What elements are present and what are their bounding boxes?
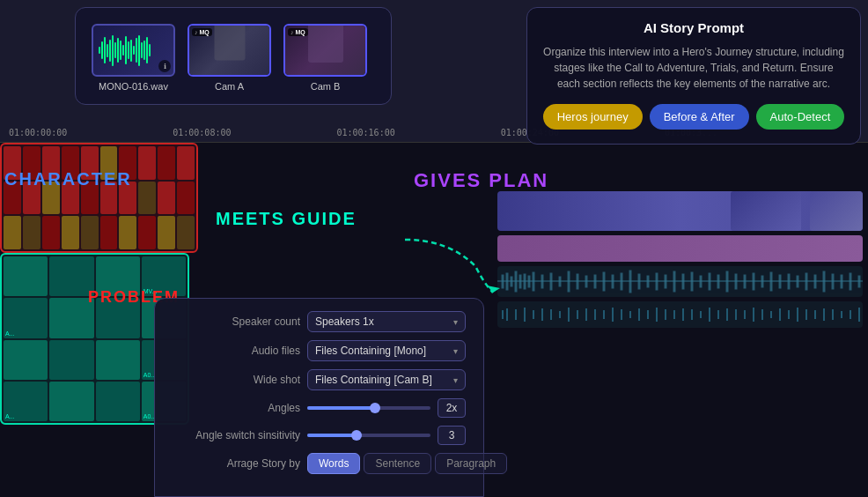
btn-before-after[interactable]: Before & After bbox=[650, 104, 749, 130]
svg-rect-39 bbox=[797, 276, 798, 287]
svg-rect-30 bbox=[717, 275, 719, 288]
svg-rect-83 bbox=[814, 310, 816, 319]
angle-switch-label: Angle switch sinsitivity bbox=[173, 429, 300, 441]
svg-rect-2 bbox=[502, 275, 504, 288]
svg-rect-60 bbox=[612, 308, 614, 322]
timecode-1: 01:00:08:00 bbox=[173, 128, 231, 137]
svg-rect-38 bbox=[788, 274, 790, 289]
waveform-mini bbox=[99, 35, 169, 66]
svg-rect-61 bbox=[621, 309, 622, 320]
media-bin-panel: ℹ MONO-016.wav ♪ MQ Cam A ♪ MQ bbox=[75, 7, 392, 105]
svg-rect-5 bbox=[515, 271, 517, 292]
angles-label: Angles bbox=[173, 402, 300, 414]
angle-switch-slider-fill bbox=[307, 434, 357, 437]
angles-value: 2x bbox=[438, 398, 466, 418]
angles-slider-thumb[interactable] bbox=[370, 403, 380, 413]
svg-rect-68 bbox=[682, 308, 684, 321]
wide-shot-row: Wide shot Files Containing [Cam B] ▾ bbox=[173, 369, 466, 390]
svg-rect-14 bbox=[577, 274, 578, 289]
svg-rect-75 bbox=[744, 310, 746, 319]
svg-rect-6 bbox=[519, 275, 521, 288]
right-track-1 bbox=[497, 191, 863, 231]
gives-plan-label: GIVES PLAN bbox=[414, 169, 548, 192]
svg-rect-79 bbox=[779, 308, 781, 321]
svg-rect-80 bbox=[788, 310, 790, 319]
audio-files-row: Audio files Files Containing [Mono] ▾ bbox=[173, 340, 466, 361]
svg-rect-69 bbox=[691, 309, 693, 320]
svg-rect-18 bbox=[612, 275, 614, 288]
arrange-words-btn[interactable]: Words bbox=[307, 453, 360, 474]
speaker-count-label: Speaker count bbox=[173, 315, 300, 328]
clip-item-audio[interactable]: ℹ MONO-016.wav bbox=[92, 24, 175, 92]
svg-rect-55 bbox=[568, 308, 570, 322]
svg-rect-74 bbox=[735, 309, 737, 320]
angles-slider-track[interactable] bbox=[307, 406, 430, 410]
svg-rect-15 bbox=[585, 276, 587, 287]
svg-rect-56 bbox=[577, 310, 578, 319]
wide-shot-label: Wide shot bbox=[173, 374, 300, 386]
svg-rect-81 bbox=[797, 308, 798, 322]
timecode-0: 01:00:00:00 bbox=[9, 128, 67, 137]
svg-rect-42 bbox=[823, 271, 825, 292]
cam-b-badge: ♪ MQ bbox=[288, 28, 308, 36]
audio-files-label: Audio files bbox=[173, 345, 300, 357]
svg-rect-3 bbox=[506, 273, 508, 290]
clip-thumb-audio[interactable]: ℹ bbox=[92, 24, 175, 77]
angle-switch-slider-track[interactable] bbox=[307, 434, 430, 437]
angle-switch-slider-container: 3 bbox=[307, 426, 466, 445]
svg-rect-9 bbox=[533, 272, 534, 291]
wide-shot-select[interactable]: Files Containing [Cam B] ▾ bbox=[307, 369, 466, 390]
character-block bbox=[0, 143, 198, 253]
speaker-count-row: Speaker count Speakers 1x ▾ bbox=[173, 311, 466, 332]
arrange-by-row: Arrage Story by Words Sentence Paragraph bbox=[173, 453, 466, 474]
arrange-sentence-btn[interactable]: Sentence bbox=[364, 453, 431, 474]
svg-rect-70 bbox=[700, 311, 702, 318]
speaker-count-select[interactable]: Speakers 1x ▾ bbox=[307, 311, 466, 332]
svg-rect-78 bbox=[770, 311, 772, 318]
svg-rect-84 bbox=[823, 308, 825, 321]
svg-rect-29 bbox=[709, 273, 710, 290]
svg-rect-66 bbox=[665, 309, 666, 320]
svg-rect-44 bbox=[841, 275, 842, 288]
arrange-paragraph-btn[interactable]: Paragraph bbox=[435, 453, 507, 474]
svg-rect-33 bbox=[744, 275, 746, 288]
svg-rect-40 bbox=[805, 273, 807, 290]
svg-rect-16 bbox=[594, 275, 596, 288]
clip-item-cam-b[interactable]: ♪ MQ Cam B bbox=[283, 24, 367, 92]
settings-panel: Speaker count Speakers 1x ▾ Audio files … bbox=[154, 298, 484, 497]
audio-files-value: Files Containing [Mono] bbox=[315, 345, 426, 357]
svg-rect-17 bbox=[603, 272, 605, 291]
svg-rect-54 bbox=[559, 311, 561, 318]
info-icon[interactable]: ℹ bbox=[158, 60, 171, 72]
cam-a-badge: ♪ MQ bbox=[192, 28, 212, 36]
svg-rect-77 bbox=[761, 309, 763, 320]
angle-switch-value: 3 bbox=[438, 426, 466, 445]
svg-rect-37 bbox=[779, 275, 781, 288]
audio-files-select[interactable]: Files Containing [Mono] ▾ bbox=[307, 340, 466, 361]
svg-rect-59 bbox=[603, 310, 605, 319]
svg-rect-11 bbox=[550, 273, 552, 290]
svg-rect-19 bbox=[621, 273, 622, 290]
svg-rect-26 bbox=[682, 274, 684, 289]
angle-switch-slider-thumb[interactable] bbox=[351, 430, 362, 441]
svg-rect-82 bbox=[805, 309, 807, 320]
btn-heros-journey[interactable]: Heros journey bbox=[543, 104, 643, 130]
svg-rect-65 bbox=[656, 308, 658, 322]
btn-auto-detect[interactable]: Auto-Detect bbox=[756, 104, 845, 130]
svg-rect-4 bbox=[511, 277, 512, 286]
clip-label-audio: MONO-016.wav bbox=[99, 81, 168, 92]
svg-rect-67 bbox=[673, 310, 675, 319]
svg-rect-32 bbox=[735, 274, 737, 289]
clip-item-cam-a[interactable]: ♪ MQ Cam A bbox=[188, 24, 271, 92]
ai-prompt-body: Organize this interview into a Hero's Jo… bbox=[541, 44, 846, 92]
clip-thumb-cam-a[interactable]: ♪ MQ bbox=[188, 24, 271, 77]
clip-thumb-cam-b[interactable]: ♪ MQ bbox=[283, 24, 367, 77]
svg-rect-36 bbox=[770, 272, 772, 291]
svg-rect-64 bbox=[647, 310, 649, 319]
angles-slider-fill bbox=[307, 406, 375, 410]
svg-rect-58 bbox=[594, 309, 596, 320]
svg-rect-45 bbox=[850, 273, 851, 290]
svg-rect-24 bbox=[665, 275, 666, 288]
svg-rect-88 bbox=[858, 308, 860, 322]
svg-rect-31 bbox=[726, 271, 728, 292]
